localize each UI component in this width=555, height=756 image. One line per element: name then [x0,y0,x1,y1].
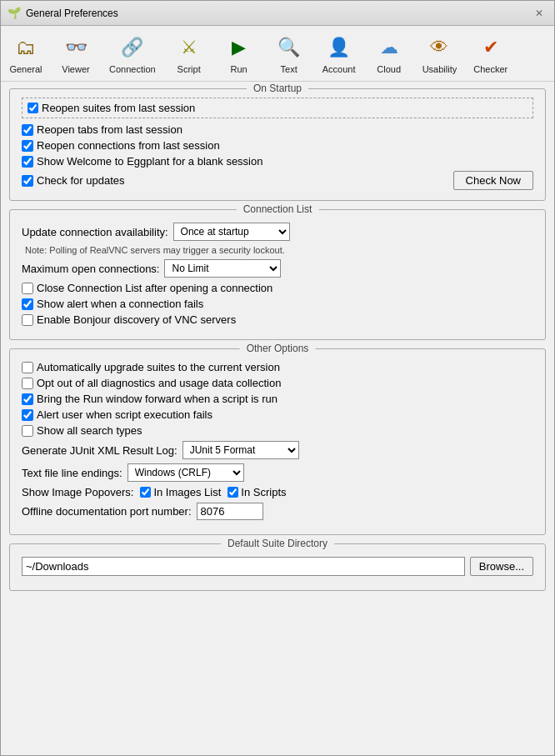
startup-group-title: On Startup [247,83,308,94]
show-alert-checkbox[interactable] [22,298,33,310]
toolbar-item-account[interactable]: 👤 Account [314,29,364,78]
toolbar-item-text[interactable]: 🔍 Text [264,29,314,78]
toolbar-item-viewer[interactable]: 👓 Viewer [51,29,101,78]
text-line-endings-row: Text file line endings: Windows (CRLF) U… [22,463,533,482]
offline-doc-row: Offline documentation port number: [22,503,533,520]
max-connections-row: Maximum open connections: No Limit 1 2 4… [22,259,533,278]
text-line-endings-select[interactable]: Windows (CRLF) Unix (LF) Mac (CR) [128,463,244,482]
cloud-icon: ☁ [374,33,404,63]
checker-icon: ✔ [476,33,506,63]
connection-list-group-title: Connection List [237,203,319,215]
toolbar-item-usability[interactable]: 👁 Usability [414,29,466,78]
text-line-endings-label: Text file line endings: [22,467,122,479]
content-area: On Startup Reopen suites from last sessi… [1,82,554,755]
toolbar-label-text: Text [281,64,298,74]
bonjour-label: Enable Bonjour discovery of VNC servers [37,313,236,326]
image-popovers-label: Show Image Popovers: [22,486,133,498]
show-search-row: Show all search types [22,424,533,437]
default-suite-group-title: Default Suite Directory [221,538,334,549]
bring-run-label: Bring the Run window forward when a scri… [37,393,278,405]
in-images-list-checkbox[interactable] [140,487,151,498]
auto-upgrade-label: Automatically upgrade suites to the curr… [37,361,280,373]
update-availability-row: Update connection availability: Once at … [22,223,533,241]
text-icon: 🔍 [274,33,304,63]
toolbar-label-script: Script [178,64,201,74]
image-popovers-row: Show Image Popovers: In Images List In S… [22,486,533,498]
reopen-tabs-checkbox[interactable] [22,124,33,136]
in-images-list-label: In Images List [153,486,221,498]
toolbar-item-connection[interactable]: 🔗 Connection [101,29,164,78]
reopen-suites-label: Reopen suites from last session [42,102,195,114]
app-icon: 🌱 [8,7,21,20]
close-after-checkbox[interactable] [22,283,33,294]
reopen-tabs-label: Reopen tabs from last session [37,123,182,136]
close-button[interactable]: ✕ [531,5,548,22]
opt-out-label: Opt out of all diagnostics and usage dat… [37,377,281,389]
generate-junit-label: Generate JUnit XML Result Log: [22,444,178,457]
check-updates-inner: Check for updates [22,174,125,187]
toolbar-label-viewer: Viewer [62,64,89,74]
alert-user-checkbox[interactable] [22,409,33,421]
bonjour-row: Enable Bonjour discovery of VNC servers [22,313,533,326]
generate-junit-row: Generate JUnit XML Result Log: JUnit 5 F… [22,441,533,459]
suite-dir-input[interactable] [22,557,465,576]
toolbar-item-cloud[interactable]: ☁ Cloud [364,29,414,78]
max-connections-select[interactable]: No Limit 1 2 4 8 [164,259,281,278]
toolbar-label-usability: Usability [422,64,458,74]
reopen-connections-label: Reopen connections from last session [37,139,220,152]
toolbar-item-script[interactable]: ⚔ Script [164,29,214,78]
reopen-tabs-row: Reopen tabs from last session [22,123,533,136]
bonjour-checkbox[interactable] [22,314,33,326]
script-icon: ⚔ [174,33,204,63]
show-welcome-checkbox[interactable] [22,156,33,168]
account-icon: 👤 [324,33,354,63]
check-updates-checkbox[interactable] [22,175,33,187]
show-alert-label: Show alert when a connection fails [37,298,203,310]
in-scripts-checkbox[interactable] [228,487,238,498]
other-options-group-title: Other Options [240,343,316,354]
toolbar-label-cloud: Cloud [377,64,401,74]
update-availability-label: Update connection availability: [22,226,168,238]
toolbar-item-run[interactable]: ▶ Run [214,29,264,78]
toolbar-item-general[interactable]: 🗂 General [1,29,51,78]
bring-run-checkbox[interactable] [22,393,33,405]
update-availability-select[interactable]: Once at startup Every 5 minutes Every 10… [173,223,290,241]
in-scripts-label: In Scripts [241,486,286,498]
browse-button[interactable]: Browse... [470,557,533,576]
reopen-connections-row: Reopen connections from last session [22,139,533,152]
main-window: 🌱 General Preferences ✕ 🗂 General 👓 View… [0,0,555,756]
check-updates-label: Check for updates [37,174,125,187]
reopen-connections-checkbox[interactable] [22,140,33,152]
offline-doc-input[interactable] [197,503,263,520]
toolbar-item-checker[interactable]: ✔ Checker [465,29,516,78]
toolbar-label-connection: Connection [109,64,156,74]
title-bar: 🌱 General Preferences ✕ [1,1,554,26]
generate-junit-select[interactable]: JUnit 5 Format JUnit 4 Format Disabled [182,441,299,459]
offline-doc-label: Offline documentation port number: [22,505,192,518]
opt-out-row: Opt out of all diagnostics and usage dat… [22,377,533,389]
max-connections-label: Maximum open connections: [22,263,159,275]
toolbar-label-general: General [9,64,42,74]
show-search-label: Show all search types [37,424,142,437]
opt-out-checkbox[interactable] [22,378,33,389]
auto-upgrade-row: Automatically upgrade suites to the curr… [22,361,533,373]
in-images-list-group: In Images List [140,486,221,498]
toolbar: 🗂 General 👓 Viewer 🔗 Connection ⚔ Script… [1,26,554,82]
show-welcome-row: Show Welcome to Eggplant for a blank ses… [22,155,533,168]
startup-group: On Startup Reopen suites from last sessi… [9,88,546,201]
default-suite-group: Default Suite Directory Browse... [9,543,546,591]
realvnc-note: Note: Polling of RealVNC servers may tri… [22,245,533,255]
toolbar-label-run: Run [231,64,248,74]
general-icon: 🗂 [11,33,41,63]
alert-user-label: Alert user when script execution fails [37,408,212,421]
check-now-button[interactable]: Check Now [453,171,533,190]
in-scripts-group: In Scripts [228,486,286,498]
show-welcome-label: Show Welcome to Eggplant for a blank ses… [37,155,262,168]
reopen-suites-checkbox[interactable] [28,103,38,113]
connection-list-group: Connection List Update connection availa… [9,209,546,340]
show-search-checkbox[interactable] [22,425,33,437]
auto-upgrade-checkbox[interactable] [22,362,33,373]
run-icon: ▶ [224,33,254,63]
show-alert-row: Show alert when a connection fails [22,298,533,310]
alert-user-row: Alert user when script execution fails [22,408,533,421]
